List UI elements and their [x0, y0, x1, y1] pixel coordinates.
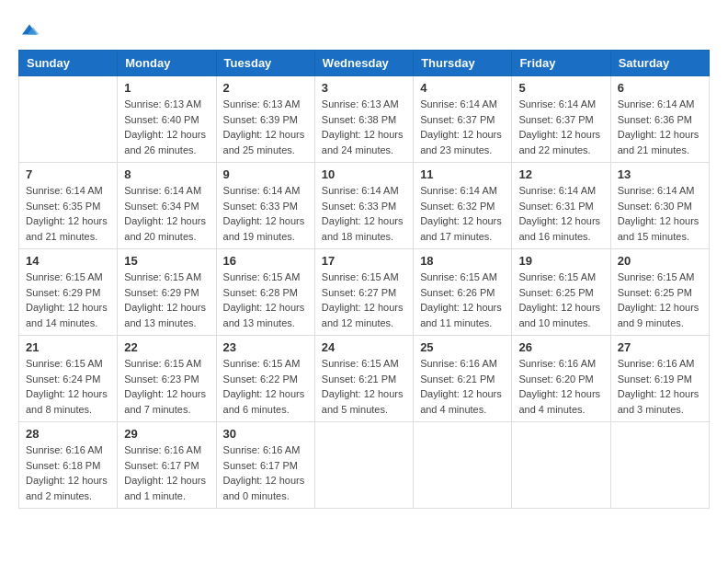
calendar-cell: [314, 422, 413, 509]
calendar-cell: 16Sunrise: 6:15 AMSunset: 6:28 PMDayligh…: [216, 249, 314, 336]
calendar-cell: 25Sunrise: 6:16 AMSunset: 6:21 PMDayligh…: [414, 336, 512, 422]
calendar-cell: [414, 422, 512, 509]
day-info: Sunrise: 6:16 AMSunset: 6:21 PMDaylight:…: [420, 356, 505, 417]
day-number: 27: [618, 340, 702, 354]
day-number: 7: [26, 167, 110, 181]
day-number: 5: [518, 81, 603, 95]
day-info: Sunrise: 6:14 AMSunset: 6:36 PMDaylight:…: [618, 97, 702, 157]
day-number: 16: [223, 254, 308, 268]
calendar-cell: 9Sunrise: 6:14 AMSunset: 6:33 PMDaylight…: [216, 163, 314, 249]
weekday-friday: Friday: [512, 51, 610, 76]
calendar-cell: 11Sunrise: 6:14 AMSunset: 6:32 PMDayligh…: [414, 163, 512, 249]
day-info: Sunrise: 6:15 AMSunset: 6:23 PMDaylight:…: [124, 356, 209, 417]
weekday-wednesday: Wednesday: [314, 51, 413, 76]
weekday-tuesday: Tuesday: [216, 51, 314, 76]
day-info: Sunrise: 6:16 AMSunset: 6:17 PMDaylight:…: [223, 442, 308, 503]
day-info: Sunrise: 6:15 AMSunset: 6:29 PMDaylight:…: [124, 270, 209, 330]
day-number: 12: [518, 167, 603, 181]
day-number: 21: [26, 340, 110, 354]
calendar-cell: 18Sunrise: 6:15 AMSunset: 6:26 PMDayligh…: [414, 249, 512, 336]
day-info: Sunrise: 6:16 AMSunset: 6:17 PMDaylight:…: [124, 442, 209, 503]
day-number: 3: [322, 81, 406, 95]
day-info: Sunrise: 6:13 AMSunset: 6:40 PMDaylight:…: [124, 97, 209, 157]
day-number: 2: [223, 81, 308, 95]
day-number: 18: [420, 254, 505, 268]
day-info: Sunrise: 6:13 AMSunset: 6:39 PMDaylight:…: [223, 97, 308, 157]
day-info: Sunrise: 6:14 AMSunset: 6:30 PMDaylight:…: [618, 183, 702, 244]
week-row-2: 7Sunrise: 6:14 AMSunset: 6:35 PMDaylight…: [19, 163, 710, 249]
week-row-4: 21Sunrise: 6:15 AMSunset: 6:24 PMDayligh…: [19, 336, 710, 422]
calendar-cell: 21Sunrise: 6:15 AMSunset: 6:24 PMDayligh…: [19, 336, 118, 422]
day-info: Sunrise: 6:15 AMSunset: 6:29 PMDaylight:…: [26, 270, 110, 330]
calendar-cell: 8Sunrise: 6:14 AMSunset: 6:34 PMDaylight…: [118, 163, 216, 249]
calendar-cell: 22Sunrise: 6:15 AMSunset: 6:23 PMDayligh…: [118, 336, 216, 422]
day-info: Sunrise: 6:14 AMSunset: 6:35 PMDaylight:…: [26, 183, 110, 244]
calendar-cell: 15Sunrise: 6:15 AMSunset: 6:29 PMDayligh…: [118, 249, 216, 336]
calendar-cell: 28Sunrise: 6:16 AMSunset: 6:18 PMDayligh…: [19, 422, 118, 509]
day-number: 13: [618, 167, 702, 181]
week-row-3: 14Sunrise: 6:15 AMSunset: 6:29 PMDayligh…: [19, 249, 710, 336]
day-number: 23: [223, 340, 308, 354]
day-info: Sunrise: 6:14 AMSunset: 6:37 PMDaylight:…: [518, 97, 603, 157]
calendar-cell: 6Sunrise: 6:14 AMSunset: 6:36 PMDaylight…: [610, 76, 709, 163]
day-number: 14: [26, 254, 110, 268]
calendar-cell: 13Sunrise: 6:14 AMSunset: 6:30 PMDayligh…: [610, 163, 709, 249]
calendar-cell: [610, 422, 709, 509]
day-info: Sunrise: 6:15 AMSunset: 6:27 PMDaylight:…: [322, 270, 406, 330]
page-header: [18, 18, 710, 40]
day-info: Sunrise: 6:15 AMSunset: 6:26 PMDaylight:…: [420, 270, 505, 330]
calendar-cell: 19Sunrise: 6:15 AMSunset: 6:25 PMDayligh…: [512, 249, 610, 336]
day-number: 24: [322, 340, 406, 354]
day-number: 22: [124, 340, 209, 354]
logo: [18, 18, 44, 40]
calendar-cell: 7Sunrise: 6:14 AMSunset: 6:35 PMDaylight…: [19, 163, 118, 249]
weekday-monday: Monday: [118, 51, 216, 76]
day-info: Sunrise: 6:14 AMSunset: 6:31 PMDaylight:…: [518, 183, 603, 244]
day-number: 10: [322, 167, 406, 181]
calendar-cell: 29Sunrise: 6:16 AMSunset: 6:17 PMDayligh…: [118, 422, 216, 509]
weekday-thursday: Thursday: [414, 51, 512, 76]
calendar-cell: 12Sunrise: 6:14 AMSunset: 6:31 PMDayligh…: [512, 163, 610, 249]
logo-icon: [18, 18, 40, 40]
calendar-body: 1Sunrise: 6:13 AMSunset: 6:40 PMDaylight…: [19, 76, 710, 509]
calendar-cell: 5Sunrise: 6:14 AMSunset: 6:37 PMDaylight…: [512, 76, 610, 163]
calendar-cell: 23Sunrise: 6:15 AMSunset: 6:22 PMDayligh…: [216, 336, 314, 422]
day-info: Sunrise: 6:15 AMSunset: 6:28 PMDaylight:…: [223, 270, 308, 330]
day-info: Sunrise: 6:14 AMSunset: 6:32 PMDaylight:…: [420, 183, 505, 244]
calendar-cell: 3Sunrise: 6:13 AMSunset: 6:38 PMDaylight…: [314, 76, 413, 163]
day-info: Sunrise: 6:14 AMSunset: 6:34 PMDaylight:…: [124, 183, 209, 244]
calendar-cell: 1Sunrise: 6:13 AMSunset: 6:40 PMDaylight…: [118, 76, 216, 163]
day-number: 11: [420, 167, 505, 181]
day-number: 19: [518, 254, 603, 268]
weekday-sunday: Sunday: [19, 51, 118, 76]
day-number: 30: [223, 427, 308, 441]
calendar-cell: 24Sunrise: 6:15 AMSunset: 6:21 PMDayligh…: [314, 336, 413, 422]
day-info: Sunrise: 6:16 AMSunset: 6:19 PMDaylight:…: [618, 356, 702, 417]
week-row-1: 1Sunrise: 6:13 AMSunset: 6:40 PMDaylight…: [19, 76, 710, 163]
day-info: Sunrise: 6:16 AMSunset: 6:20 PMDaylight:…: [518, 356, 603, 417]
calendar-cell: 10Sunrise: 6:14 AMSunset: 6:33 PMDayligh…: [314, 163, 413, 249]
weekday-header-row: SundayMondayTuesdayWednesdayThursdayFrid…: [19, 51, 710, 76]
day-number: 17: [322, 254, 406, 268]
day-info: Sunrise: 6:14 AMSunset: 6:33 PMDaylight:…: [223, 183, 308, 244]
calendar-cell: 4Sunrise: 6:14 AMSunset: 6:37 PMDaylight…: [414, 76, 512, 163]
day-number: 26: [518, 340, 603, 354]
calendar-cell: 26Sunrise: 6:16 AMSunset: 6:20 PMDayligh…: [512, 336, 610, 422]
day-number: 25: [420, 340, 505, 354]
day-info: Sunrise: 6:15 AMSunset: 6:21 PMDaylight:…: [322, 356, 406, 417]
day-number: 15: [124, 254, 209, 268]
day-number: 8: [124, 167, 209, 181]
weekday-saturday: Saturday: [610, 51, 709, 76]
calendar-cell: 30Sunrise: 6:16 AMSunset: 6:17 PMDayligh…: [216, 422, 314, 509]
calendar-cell: [19, 76, 118, 163]
day-number: 9: [223, 167, 308, 181]
calendar-cell: 17Sunrise: 6:15 AMSunset: 6:27 PMDayligh…: [314, 249, 413, 336]
day-number: 1: [124, 81, 209, 95]
calendar-cell: 20Sunrise: 6:15 AMSunset: 6:25 PMDayligh…: [610, 249, 709, 336]
day-number: 6: [618, 81, 702, 95]
day-info: Sunrise: 6:15 AMSunset: 6:22 PMDaylight:…: [223, 356, 308, 417]
calendar-cell: [512, 422, 610, 509]
calendar-cell: 14Sunrise: 6:15 AMSunset: 6:29 PMDayligh…: [19, 249, 118, 336]
day-info: Sunrise: 6:14 AMSunset: 6:33 PMDaylight:…: [322, 183, 406, 244]
day-number: 28: [26, 427, 110, 441]
